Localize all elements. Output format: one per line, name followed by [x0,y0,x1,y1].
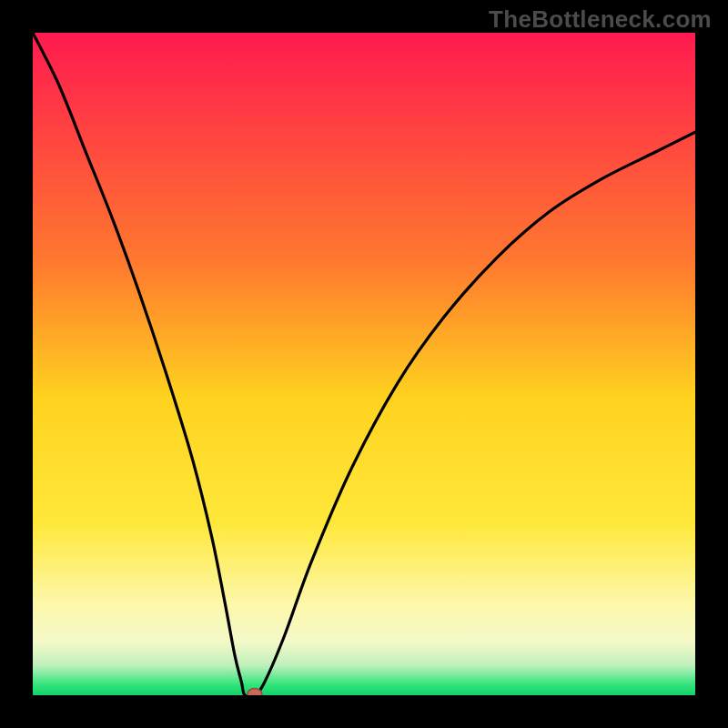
optimum-marker [248,689,262,700]
plot-background [33,33,695,695]
chart-svg [0,0,728,728]
chart-frame: TheBottleneck.com [0,0,728,728]
